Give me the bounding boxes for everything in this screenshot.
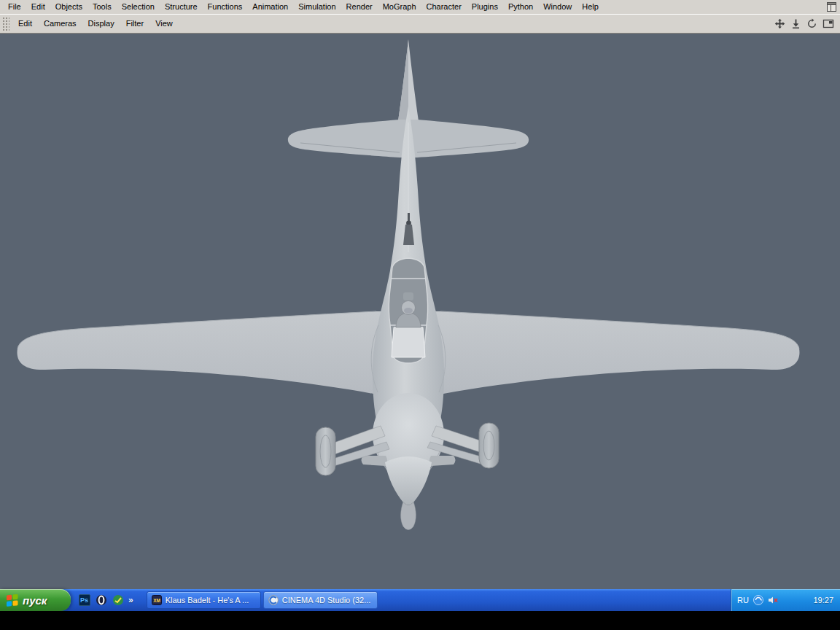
viewport-menu-view[interactable]: View <box>149 15 179 33</box>
volume-muted-icon[interactable] <box>768 595 778 605</box>
right-wheel <box>479 423 499 468</box>
menu-tools[interactable]: Tools <box>88 0 117 14</box>
pilot-headrest <box>403 292 413 300</box>
viewport[interactable] <box>0 34 840 589</box>
language-indicator[interactable]: RU <box>737 596 749 604</box>
quicklaunch-overflow-chevron[interactable]: » <box>128 595 133 605</box>
taskbar: пуск Ps » XM Klaus Badelt - He's A ... <box>0 589 840 611</box>
zoom-view-icon[interactable] <box>790 18 801 29</box>
viewport-canvas[interactable] <box>0 34 840 589</box>
toggle-view-icon[interactable] <box>822 18 834 29</box>
viewport-menu-cameras[interactable]: Cameras <box>38 15 82 33</box>
menu-functions[interactable]: Functions <box>203 0 248 14</box>
menu-help[interactable]: Help <box>577 0 604 14</box>
menu-python[interactable]: Python <box>503 0 538 14</box>
menu-animation[interactable]: Animation <box>247 0 293 14</box>
clock[interactable]: 19:27 <box>813 596 833 604</box>
menu-plugins[interactable]: Plugins <box>467 0 503 14</box>
toolbar-grip[interactable] <box>1 16 9 31</box>
screen-letterbox <box>0 611 840 630</box>
taskbar-button-cinema4d[interactable]: CINEMA 4D Studio (32... <box>263 591 378 609</box>
app-quicklaunch-icon[interactable] <box>112 594 124 607</box>
left-wheel <box>316 427 335 475</box>
quick-launch-area: Ps » <box>71 589 139 611</box>
viewport-menu-display[interactable]: Display <box>82 15 120 33</box>
menu-edit[interactable]: Edit <box>26 0 50 14</box>
menu-window[interactable]: Window <box>538 0 577 14</box>
viewport-menu-edit[interactable]: Edit <box>12 15 38 33</box>
layout-icon[interactable] <box>827 2 836 12</box>
svg-text:XM: XM <box>153 598 160 603</box>
opera-quicklaunch-icon[interactable] <box>95 594 107 607</box>
menu-objects[interactable]: Objects <box>50 0 88 14</box>
menu-render[interactable]: Render <box>341 0 378 14</box>
xmplay-icon: XM <box>152 595 162 605</box>
rotate-view-icon[interactable] <box>806 18 817 29</box>
language-bar-icon[interactable] <box>753 595 763 605</box>
cinema4d-icon <box>268 595 279 605</box>
pan-view-icon[interactable] <box>774 18 785 29</box>
start-label: пуск <box>23 594 54 607</box>
menu-file[interactable]: File <box>3 0 26 14</box>
windows-logo-icon <box>6 594 19 607</box>
menu-simulation[interactable]: Simulation <box>293 0 341 14</box>
viewport-menu-filter[interactable]: Filter <box>120 15 149 33</box>
cockpit-canopy <box>389 258 427 363</box>
taskbar-button-label: CINEMA 4D Studio (32... <box>282 596 371 604</box>
taskbar-button-label: Klaus Badelt - He's A ... <box>166 596 249 604</box>
menu-selection[interactable]: Selection <box>117 0 160 14</box>
windshield-panel <box>392 327 425 357</box>
menu-mograph[interactable]: MoGraph <box>378 0 421 14</box>
system-tray: RU 19:27 <box>731 589 840 611</box>
start-button[interactable]: пуск <box>0 589 71 611</box>
main-menubar: File Edit Objects Tools Selection Struct… <box>0 0 840 14</box>
taskbar-window-buttons: XM Klaus Badelt - He's A ... CINEMA 4D S… <box>139 589 731 611</box>
photoshop-quicklaunch-icon[interactable]: Ps <box>78 594 90 607</box>
viewport-toolbar: Edit Cameras Display Filter View <box>0 14 840 34</box>
taskbar-button-music-player[interactable]: XM Klaus Badelt - He's A ... <box>147 591 261 609</box>
menu-character[interactable]: Character <box>421 0 467 14</box>
menu-structure[interactable]: Structure <box>160 0 203 14</box>
